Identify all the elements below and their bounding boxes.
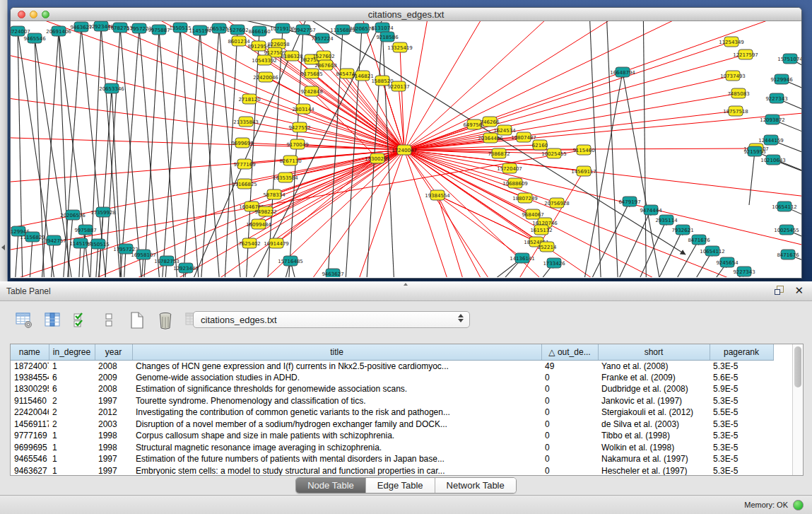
graph-edge[interactable] — [139, 28, 163, 277]
cell-name[interactable]: 14569117 — [11, 419, 49, 431]
column-header-year[interactable]: year — [95, 344, 132, 360]
cell-year[interactable]: 1997 — [95, 453, 132, 465]
cell-title[interactable]: Estimation of significance thresholds fo… — [132, 383, 541, 395]
graph-edge[interactable] — [400, 47, 404, 150]
cell-pagerank[interactable]: 5.3E-5 — [710, 442, 773, 454]
cell-name[interactable]: 18300295 — [11, 383, 49, 395]
graph-node[interactable]: 15720407 — [497, 163, 522, 173]
network-canvas[interactable]: 1724004718300295193845548601234891295482… — [11, 21, 801, 277]
table-row[interactable]: 946362711997Embryonic stem cells: a mode… — [11, 465, 773, 477]
graph-node[interactable]: 1350515 — [169, 23, 191, 33]
column-header-name[interactable]: name — [11, 344, 49, 360]
cell-out-degree[interactable]: 0 — [541, 430, 598, 442]
cell-title[interactable]: Disruption of a novel member of a sodium… — [132, 419, 541, 431]
cell-short[interactable]: de Silva et al. (2003) — [598, 419, 710, 431]
graph-edge[interactable] — [437, 195, 505, 277]
graph-edge[interactable] — [404, 76, 733, 150]
graph-edge[interactable] — [159, 28, 180, 277]
scrollbar-thumb[interactable] — [794, 346, 801, 387]
graph-node[interactable]: 10807487 — [511, 132, 536, 142]
network-canvas-svg[interactable]: 1724004718300295193845548601234891295482… — [11, 21, 801, 277]
graph-edge[interactable] — [404, 150, 801, 277]
cell-in-degree[interactable]: 2 — [49, 407, 95, 419]
cell-in-degree[interactable]: 1 — [49, 360, 95, 372]
cell-short[interactable]: Nakamura et al. (1997) — [598, 453, 710, 465]
cell-name[interactable]: 9465546 — [11, 453, 49, 465]
graph-node[interactable]: 7485083 — [727, 88, 749, 98]
table-select-dropdown[interactable]: citations_edges.txt — [193, 311, 470, 328]
cell-title[interactable]: Changes of HCN gene expression and I(f) … — [132, 360, 541, 372]
table-row[interactable]: 2242004622012Investigating the contribut… — [11, 407, 773, 419]
cell-out-degree[interactable]: 0 — [541, 442, 598, 454]
cell-in-degree[interactable]: 1 — [49, 465, 95, 477]
cell-year[interactable]: 1997 — [95, 395, 132, 407]
graph-edge[interactable] — [404, 54, 746, 150]
graph-edge[interactable] — [180, 21, 404, 150]
tab-edge-table[interactable]: Edge Table — [366, 478, 435, 493]
select-all-button[interactable] — [71, 310, 90, 331]
cell-pagerank[interactable]: 5.5E-5 — [710, 407, 773, 419]
cell-year[interactable]: 1998 — [95, 430, 132, 442]
network-window[interactable]: citations_edges.txt 17240047183002951938… — [10, 7, 802, 279]
graph-edge[interactable] — [749, 151, 755, 205]
graph-node[interactable]: 18724007 — [11, 26, 30, 36]
graph-node[interactable]: 10654112 — [772, 201, 797, 211]
graph-edge[interactable] — [200, 30, 223, 277]
cell-out-degree[interactable]: 0 — [541, 395, 598, 407]
graph-node[interactable]: 20691406 — [46, 26, 71, 36]
new-table-button[interactable] — [127, 310, 147, 331]
graph-node[interactable]: 7957224 — [311, 33, 334, 43]
graph-node[interactable]: 16914479 — [264, 238, 289, 248]
cell-out-degree[interactable]: 0 — [541, 419, 598, 431]
graph-edge[interactable] — [437, 195, 477, 277]
tab-network-table[interactable]: Network Table — [435, 478, 516, 493]
graph-node[interactable]: 13325419 — [387, 42, 413, 52]
graph-node[interactable]: 15716485 — [278, 256, 303, 266]
cell-name[interactable]: 19384554 — [11, 372, 49, 384]
close-panel-icon[interactable]: ✕ — [794, 285, 804, 296]
column-header-pagerank[interactable]: pagerank — [710, 344, 773, 360]
column-header-title[interactable]: title — [132, 344, 541, 360]
cell-out-degree[interactable]: 49 — [541, 360, 598, 372]
graph-node[interactable]: 9699695 — [231, 138, 253, 148]
graph-edge[interactable] — [650, 240, 699, 277]
cell-short[interactable]: Stergiakouli et al. (2012) — [598, 407, 710, 419]
show-column-button[interactable] — [42, 310, 62, 331]
cell-in-degree[interactable]: 1 — [49, 430, 95, 442]
graph-node[interactable]: 2718120 — [238, 94, 260, 104]
column-header-in-degree[interactable]: in_degree — [49, 344, 95, 360]
cell-name[interactable]: 18724007 — [11, 360, 49, 372]
graph-node[interactable]: 12923448 — [173, 263, 199, 273]
column-header-out-degree-sorted[interactable]: △ out_de... — [541, 344, 598, 360]
cell-year[interactable]: 2009 — [95, 372, 132, 384]
cell-title[interactable]: Estimation of the future numbers of pati… — [132, 453, 541, 465]
table-row[interactable]: 977716911998Corpus callosum shape and si… — [11, 430, 773, 442]
graph-edge[interactable] — [14, 231, 18, 277]
cell-year[interactable]: 2003 — [95, 419, 132, 431]
cell-short[interactable]: Yano et al. (2008) — [598, 360, 710, 372]
cell-pagerank[interactable]: 5.3E-5 — [710, 453, 773, 465]
cell-title[interactable]: Investigating the contribution of common… — [132, 407, 541, 419]
cell-title[interactable]: Embryonic stem cells: a model to study s… — [132, 465, 541, 477]
cell-year[interactable]: 2008 — [95, 360, 132, 372]
splitter-collapse-icon[interactable] — [1, 245, 5, 250]
cell-year[interactable]: 2012 — [95, 407, 132, 419]
cell-name[interactable]: 9777169 — [11, 430, 49, 442]
graph-node[interactable]: 8471676 — [688, 235, 710, 245]
tab-node-table[interactable]: Node Table — [296, 478, 366, 493]
graph-node[interactable]: 8466160 — [248, 26, 270, 36]
graph-edge[interactable] — [324, 56, 404, 150]
graph-node[interactable]: 8267130 — [279, 156, 301, 165]
graph-node[interactable]: 746266 — [481, 117, 500, 127]
table-row[interactable]: 1938455462009Genome-wide association stu… — [11, 372, 773, 384]
cell-title[interactable]: Corpus callosum shape and size in male p… — [132, 430, 541, 442]
graph-node[interactable]: 14136141 — [510, 253, 535, 263]
cell-pagerank[interactable]: 5.3E-5 — [710, 419, 773, 431]
cell-pagerank[interactable]: 5.3E-5 — [710, 395, 773, 407]
table-row[interactable]: 911546021997Tourette syndrome. Phenomeno… — [11, 395, 773, 407]
graph-edge[interactable] — [404, 42, 731, 150]
graph-edge[interactable] — [180, 28, 201, 277]
graph-node[interactable]: 6479197 — [618, 197, 640, 206]
cell-in-degree[interactable]: 2 — [49, 419, 95, 431]
graph-node[interactable]: 10654112 — [700, 246, 725, 256]
